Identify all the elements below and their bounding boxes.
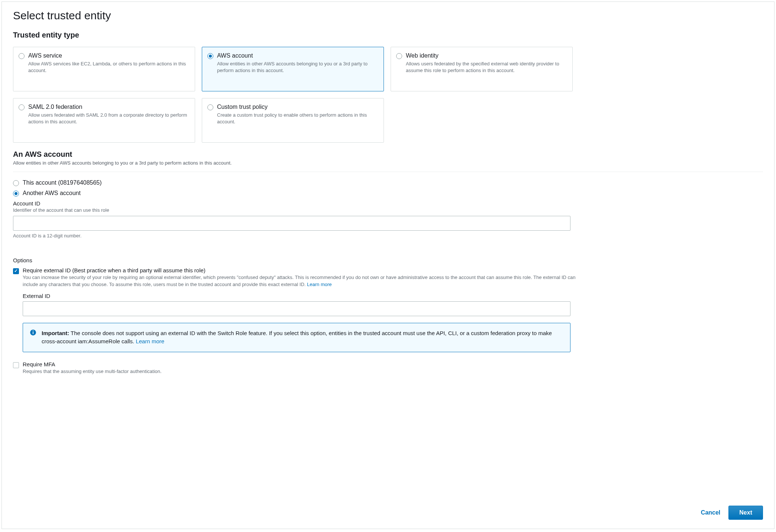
require-mfa-checkbox[interactable] [13,362,19,368]
entity-card-aws-service[interactable]: AWS service Allow AWS services like EC2,… [13,47,195,91]
require-external-id-checkbox[interactable] [13,268,19,274]
card-title: SAML 2.0 federation [28,104,190,110]
entity-card-aws-account[interactable]: AWS account Allow entities in other AWS … [202,47,384,91]
divider [13,172,763,172]
card-title: Custom trust policy [217,104,378,110]
page-title: Select trusted entity [13,9,763,22]
require-mfa-title: Require MFA [23,361,763,367]
account-id-label: Account ID [13,200,763,207]
options-label: Options [13,257,763,263]
entity-card-custom-trust-policy[interactable]: Custom trust policy Create a custom trus… [202,98,384,143]
radio-icon [396,53,402,59]
entity-card-saml-federation[interactable]: SAML 2.0 federation Allow users federate… [13,98,195,143]
entity-card-web-identity[interactable]: Web identity Allows users federated by t… [391,47,573,91]
info-body: The console does not support using an ex… [42,330,552,345]
aws-account-section-desc: Allow entities in other AWS accounts bel… [13,160,763,166]
radio-icon [19,104,25,110]
radio-icon [13,180,19,186]
info-bold: Important: [42,330,69,336]
card-title: AWS account [217,52,378,59]
radio-label: Another AWS account [23,190,81,197]
entity-type-card-grid: AWS service Allow AWS services like EC2,… [13,47,763,143]
info-icon [30,329,36,336]
cancel-button[interactable]: Cancel [699,506,722,519]
trusted-entity-type-heading: Trusted entity type [13,31,763,39]
account-id-sublabel: Identifier of the account that can use t… [13,207,763,213]
require-mfa-row: Require MFA Requires that the assuming e… [13,361,763,375]
wizard-button-row: Cancel Next [699,506,763,520]
card-desc: Allow users federated with SAML 2.0 from… [28,112,190,125]
learn-more-link[interactable]: Learn more [307,282,332,287]
require-external-id-title: Require external ID (Best practice when … [23,267,580,273]
important-info-box: Important: The console does not support … [23,323,570,352]
radio-icon [207,104,213,110]
svg-rect-1 [33,332,33,334]
svg-point-2 [33,330,33,331]
external-id-input[interactable] [23,301,570,316]
info-text: Important: The console does not support … [42,329,563,346]
info-learn-more-link[interactable]: Learn more [136,338,164,344]
radio-another-account[interactable]: Another AWS account [13,190,763,197]
account-id-input[interactable] [13,216,570,231]
card-desc: Allows users federated by the specified … [406,61,567,74]
card-title: Web identity [406,52,567,59]
next-button[interactable]: Next [728,506,763,520]
radio-this-account[interactable]: This account (081976408565) [13,179,763,186]
radio-label: This account (081976408565) [23,179,102,186]
card-desc: Create a custom trust policy to enable o… [217,112,378,125]
require-external-id-row: Require external ID (Best practice when … [13,267,763,288]
account-id-hint: Account ID is a 12-digit number. [13,233,763,239]
require-external-id-desc: You can increase the security of your ro… [23,274,580,288]
card-title: AWS service [28,52,190,59]
card-desc: Allow entities in other AWS accounts bel… [217,61,378,74]
require-mfa-desc: Requires that the assuming entity use mu… [23,368,763,375]
aws-account-section-title: An AWS account [13,150,763,159]
radio-icon [207,53,213,59]
desc-text: You can increase the security of your ro… [23,275,575,287]
external-id-label: External ID [23,293,763,299]
radio-icon [13,191,19,197]
card-desc: Allow AWS services like EC2, Lambda, or … [28,61,190,74]
radio-icon [19,53,25,59]
